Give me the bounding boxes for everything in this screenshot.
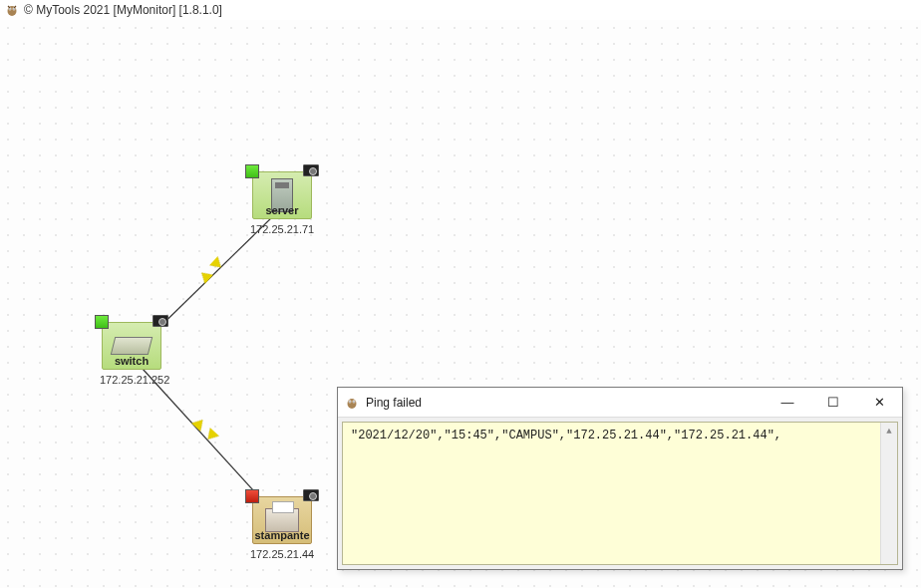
link-arrow-icon: [197, 268, 212, 284]
ping-failed-window[interactable]: Ping failed — ☐ ✕ "2021/12/20","15:45","…: [337, 387, 903, 570]
log-line: "2021/12/20","15:45","CAMPUS","172.25.21…: [351, 429, 781, 442]
switch-icon: [111, 337, 153, 355]
link-arrow-icon: [191, 416, 207, 431]
node-switch[interactable]: switch 172.25.21.252: [100, 322, 163, 386]
popup-titlebar[interactable]: Ping failed — ☐ ✕: [338, 388, 902, 418]
svg-point-4: [13, 8, 14, 9]
popup-log-area[interactable]: "2021/12/20","15:45","CAMPUS","172.25.21…: [342, 422, 898, 565]
link-arrow-icon: [203, 428, 219, 442]
minimize-button[interactable]: —: [765, 388, 810, 417]
node-icon: stampante: [252, 496, 312, 544]
app-titlebar: © MyTools 2021 [MyMonitor] [1.8.1.0]: [0, 0, 921, 20]
node-ip: 172.25.21.44: [250, 548, 314, 560]
owl-icon: [344, 395, 360, 411]
status-indicator-icon: [95, 315, 109, 329]
svg-point-10: [349, 401, 350, 402]
camera-icon: [153, 315, 168, 327]
svg-point-3: [9, 8, 10, 9]
popup-title: Ping failed: [366, 396, 765, 410]
node-printer[interactable]: stampante 172.25.21.44: [250, 496, 314, 560]
node-ip: 172.25.21.252: [100, 374, 163, 386]
node-label: switch: [103, 355, 160, 367]
status-indicator-icon: [245, 489, 259, 503]
maximize-button[interactable]: ☐: [810, 388, 856, 417]
camera-icon: [303, 489, 319, 501]
node-server[interactable]: server 172.25.21.71: [250, 171, 314, 235]
camera-icon: [303, 164, 319, 176]
status-indicator-icon: [245, 164, 259, 178]
node-icon: switch: [102, 322, 161, 370]
node-ip: 172.25.21.71: [250, 223, 314, 235]
owl-icon: [4, 2, 20, 18]
scrollbar[interactable]: ▲: [880, 423, 897, 564]
node-label: stampante: [253, 529, 311, 541]
close-button[interactable]: ✕: [856, 388, 902, 417]
node-icon: server: [252, 171, 312, 219]
link-arrow-icon: [209, 256, 224, 272]
svg-point-11: [353, 401, 354, 402]
node-label: server: [253, 204, 311, 216]
svg-point-7: [348, 399, 357, 409]
app-title: © MyTools 2021 [MyMonitor] [1.8.1.0]: [24, 3, 222, 17]
scroll-up-icon[interactable]: ▲: [881, 423, 897, 440]
